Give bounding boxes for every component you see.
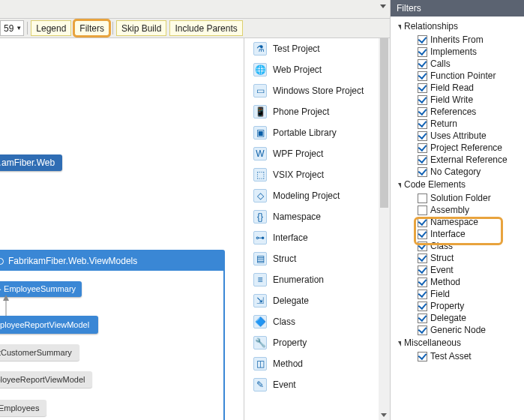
checkbox[interactable] — [418, 278, 427, 287]
checkbox[interactable] — [418, 352, 427, 362]
toolbox-item[interactable]: ▤Struct — [246, 248, 390, 269]
filter-group-header[interactable]: Miscellaneous — [391, 336, 524, 350]
filter-checkbox-row[interactable]: Assembly — [391, 204, 524, 216]
node-report-vm-2[interactable]: iployeeReportViewModel — [0, 371, 92, 388]
filters-panel: Filters RelationshipsInherits FromImplem… — [390, 0, 524, 420]
checkbox[interactable] — [418, 59, 427, 69]
node-root[interactable]: …amFiber.Web — [0, 154, 62, 171]
node-report-vm-1[interactable]: nployeeReportViewModel — [0, 316, 98, 334]
scrollbar[interactable] — [379, 38, 390, 420]
toolbox-item[interactable]: 🔷Class — [246, 311, 390, 332]
filter-checkbox-row[interactable]: No Category — [391, 166, 524, 178]
filter-checkbox-row[interactable]: Uses Attribute — [391, 130, 524, 142]
checkbox[interactable] — [418, 242, 427, 251]
legend-button[interactable]: Legend — [31, 20, 71, 36]
filter-checkbox-row[interactable]: Property — [391, 300, 524, 312]
filter-checkbox-row[interactable]: Namespace — [391, 216, 524, 228]
toolbox-item[interactable]: ◫Method — [246, 353, 390, 374]
checkbox[interactable] — [418, 194, 427, 203]
filter-checkbox-row[interactable]: Project Reference — [391, 142, 524, 154]
toolbox-item-icon: ⚗ — [253, 42, 267, 56]
filter-checkbox-row[interactable]: External Reference — [391, 154, 524, 166]
link-arrow — [1, 295, 16, 317]
checkbox[interactable] — [418, 314, 427, 323]
checkbox[interactable] — [418, 83, 427, 93]
checkbox[interactable] — [418, 254, 427, 263]
filter-checkbox-row[interactable]: Test Asset — [391, 350, 524, 362]
filter-checkbox-row[interactable]: Field Read — [391, 82, 524, 94]
filter-checkbox-row[interactable]: Field — [391, 288, 524, 300]
overflow-chevron-icon[interactable] — [380, 4, 386, 8]
filter-checkbox-row[interactable]: Implements — [391, 46, 524, 58]
filter-checkbox-row[interactable]: Solution Folder — [391, 192, 524, 204]
checkbox[interactable] — [418, 47, 427, 57]
checkbox[interactable] — [418, 35, 427, 45]
filter-checkbox-row[interactable]: Function Pointer — [391, 70, 524, 82]
checkbox[interactable] — [418, 155, 427, 165]
zoom-dropdown[interactable]: 59 ▼ — [0, 20, 24, 36]
checkbox[interactable] — [418, 206, 427, 215]
toolbox-item[interactable]: WWPF Project — [246, 143, 390, 164]
checkbox[interactable] — [418, 107, 427, 117]
checkbox[interactable] — [418, 218, 427, 227]
group-header[interactable]: FabrikamFiber.Web.ViewModels — [0, 251, 223, 271]
namespace-icon — [0, 258, 4, 265]
scroll-down-icon[interactable] — [381, 413, 387, 417]
checkbox[interactable] — [418, 290, 427, 299]
filter-checkbox-row[interactable]: Generic Node — [391, 324, 524, 336]
checkbox[interactable] — [418, 266, 427, 275]
toolbox-item-label: Web Project — [273, 64, 322, 75]
filter-checkbox-row[interactable]: Method — [391, 276, 524, 288]
filter-checkbox-row[interactable]: Struct — [391, 252, 524, 264]
toolbox-item[interactable]: ⬚VSIX Project — [246, 164, 390, 185]
filters-button[interactable]: Filters — [74, 20, 109, 36]
filter-item-label: Struct — [430, 253, 454, 263]
scrollbar-thumb[interactable] — [380, 38, 388, 208]
filter-checkbox-row[interactable]: Delegate — [391, 312, 524, 324]
group-viewmodels[interactable]: FabrikamFiber.Web.ViewModels ▸ EmployeeS… — [0, 250, 225, 420]
checkbox[interactable] — [418, 302, 427, 311]
toolbox-item[interactable]: ✎Event — [246, 374, 390, 395]
triangle-down-icon — [398, 341, 401, 346]
toolbox-item[interactable]: 🔧Property — [246, 332, 390, 353]
toolbox-item[interactable]: 🌐Web Project — [246, 59, 390, 80]
toolbox-item-icon: ≡ — [253, 273, 267, 286]
filter-checkbox-row[interactable]: Calls — [391, 58, 524, 70]
toolbox-item-icon: ◫ — [253, 357, 267, 370]
toolbox-item[interactable]: {}Namespace — [246, 206, 390, 227]
filter-group-header[interactable]: Relationships — [391, 20, 524, 33]
toolbox-item[interactable]: ◇Modeling Project — [246, 185, 390, 206]
toolbox-item[interactable]: ⇲Delegate — [246, 290, 390, 311]
skip-build-button[interactable]: Skip Build — [116, 20, 166, 36]
checkbox[interactable] — [418, 95, 427, 105]
filter-checkbox-row[interactable]: Return — [391, 118, 524, 130]
filter-checkbox-row[interactable]: Inherits From — [391, 34, 524, 46]
toolbox-item-label: Phone Project — [273, 106, 329, 117]
include-parents-button[interactable]: Include Parents — [169, 20, 242, 36]
toolbox-item[interactable]: ▣Portable Library — [246, 122, 390, 143]
diagram-canvas[interactable]: …amFiber.Web FabrikamFiber.Web.ViewModel… — [0, 38, 244, 420]
filter-checkbox-row[interactable]: Field Write — [391, 94, 524, 106]
node-customer-summary[interactable]: tCustomerSummary — [0, 344, 79, 361]
filter-checkbox-row[interactable]: References — [391, 106, 524, 118]
checkbox[interactable] — [418, 71, 427, 81]
checkbox[interactable] — [418, 326, 427, 335]
node-employees[interactable]: Employees — [0, 400, 46, 416]
toolbox-item[interactable]: 📱Phone Project — [246, 101, 390, 122]
toolbox-item[interactable]: ⚗Test Project — [246, 38, 390, 59]
filter-checkbox-row[interactable]: Class — [391, 240, 524, 252]
include-parents-label: Include Parents — [175, 23, 237, 34]
checkbox[interactable] — [418, 230, 427, 239]
toolbox-list[interactable]: ⚗Test Project🌐Web Project▭Windows Store … — [244, 38, 390, 420]
checkbox[interactable] — [418, 167, 427, 177]
toolbox-item[interactable]: ⊶Interface — [246, 227, 390, 248]
filter-group-header[interactable]: Code Elements — [391, 178, 524, 191]
checkbox[interactable] — [418, 131, 427, 141]
toolbox-item[interactable]: ▭Windows Store Project — [246, 80, 390, 101]
checkbox[interactable] — [418, 119, 427, 129]
toolbox-item-icon: ◇ — [253, 189, 267, 202]
filter-checkbox-row[interactable]: Interface — [391, 228, 524, 240]
filter-checkbox-row[interactable]: Event — [391, 264, 524, 276]
toolbox-item[interactable]: ≡Enumeration — [246, 269, 390, 290]
checkbox[interactable] — [418, 143, 427, 153]
